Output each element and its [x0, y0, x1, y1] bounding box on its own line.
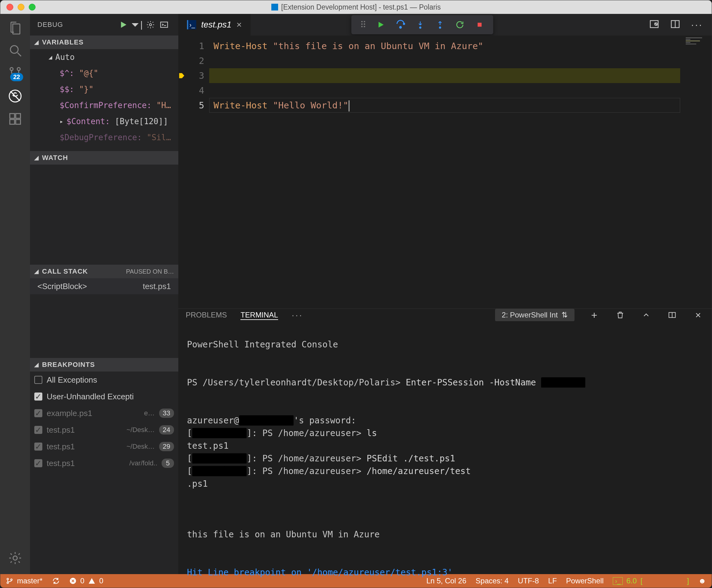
svg-point-19	[420, 27, 421, 28]
continue-button[interactable]	[372, 17, 389, 32]
breakpoint-row[interactable]: ✓test.ps1~/Desk…29	[30, 438, 178, 455]
execution-pointer-icon	[178, 68, 187, 83]
more-actions-icon[interactable]: ···	[691, 19, 703, 30]
breakpoint-label: example.ps1	[47, 408, 140, 418]
frame-file: test.ps1	[143, 282, 171, 291]
chevron-down-icon: ◢	[34, 268, 39, 275]
start-debug-button[interactable]	[117, 18, 130, 31]
breakpoint-path: /var/fold..	[129, 459, 157, 467]
window-title-text: [Extension Development Host] - test.ps1 …	[281, 3, 441, 12]
new-terminal-button[interactable]: +	[588, 309, 601, 321]
activity-bar: 22	[0, 14, 30, 574]
svg-point-17	[403, 23, 405, 24]
tab-label: test.ps1	[201, 20, 231, 30]
frame-name: <ScriptBlock>	[37, 282, 87, 291]
stop-button[interactable]	[471, 17, 488, 32]
variable-row[interactable]: $$: "}"	[30, 81, 178, 97]
chevron-down-icon: ◢	[34, 39, 39, 46]
checkbox[interactable]: ✓	[34, 443, 42, 450]
checkbox[interactable]: ✓	[34, 426, 42, 434]
search-icon[interactable]	[6, 42, 24, 59]
checkbox[interactable]: ✓	[34, 459, 42, 467]
editor-group: ›_ test.ps1 × ··· ⠿	[178, 14, 712, 574]
drag-handle-icon[interactable]: ⠿	[356, 20, 370, 30]
breakpoint-row[interactable]: ✓test.ps1/var/fold..5	[30, 455, 178, 471]
variables-section-header[interactable]: ◢ VARIABLES	[30, 36, 178, 49]
restart-button[interactable]	[451, 17, 468, 32]
variable-scope-auto[interactable]: ◢ Auto	[30, 49, 178, 65]
watch-section-title: WATCH	[42, 154, 68, 162]
problems-tab[interactable]: PROBLEMS	[186, 311, 227, 319]
explorer-icon[interactable]	[6, 19, 24, 36]
terminal-tab[interactable]: TERMINAL	[240, 310, 278, 320]
svg-line-1	[18, 53, 21, 57]
kill-terminal-button[interactable]	[614, 309, 626, 321]
text-cursor	[349, 100, 349, 111]
glyph-margin	[178, 36, 187, 309]
variable-row[interactable]: ▸ $Content: [Byte[120]]	[30, 113, 178, 129]
debug-console-icon[interactable]	[157, 18, 171, 31]
watch-section-header[interactable]: ◢ WATCH	[30, 151, 178, 165]
git-branch-status[interactable]: master*	[6, 576, 43, 585]
callstack-section-title: CALL STACK	[42, 268, 88, 275]
checkbox[interactable]: ✓	[34, 393, 42, 401]
breakpoint-label: test.ps1	[47, 442, 122, 451]
panel-overflow-icon[interactable]: ···	[292, 310, 303, 320]
sync-status[interactable]	[52, 577, 60, 585]
checkbox[interactable]: ✓	[34, 409, 42, 417]
terminal-selector[interactable]: 2: PowerShell Int⇅	[495, 309, 574, 321]
titlebar: [Extension Development Host] - test.ps1 …	[0, 0, 712, 14]
split-editor-icon[interactable]	[670, 19, 680, 30]
callstack-status: PAUSED ON B…	[126, 268, 174, 275]
variable-row[interactable]: $ConfirmPreference: "H…	[30, 97, 178, 113]
breakpoint-label: All Exceptions	[47, 375, 174, 385]
step-over-button[interactable]	[392, 17, 409, 32]
svg-point-25	[7, 582, 9, 584]
editor-tabs: ›_ test.ps1 × ··· ⠿	[178, 14, 712, 36]
chevron-down-icon: ◢	[34, 361, 39, 368]
breakpoint-row[interactable]: ✓test.ps1~/Desk…24	[30, 422, 178, 438]
debug-toolbar[interactable]: ⠿	[351, 15, 493, 34]
problems-status[interactable]: 0 0	[69, 576, 103, 585]
extensions-icon[interactable]	[6, 110, 24, 128]
code-editor[interactable]: 1 2 3 4 5 Write-Host "this file is on an…	[178, 36, 712, 309]
chevron-down-icon: ◢	[34, 154, 39, 161]
debug-config-dropdown[interactable]: ⏷|	[130, 18, 144, 31]
callstack-section-body: <ScriptBlock> test.ps1	[30, 278, 178, 358]
split-terminal-button[interactable]	[666, 309, 678, 321]
breakpoint-line-badge: 29	[159, 442, 174, 451]
debug-sidebar: DEBUG ⏷| ◢ VARIABLES ◢	[30, 14, 178, 574]
terminal-content[interactable]: PowerShell Integrated Console PS /Users/…	[178, 321, 712, 588]
callstack-section-header[interactable]: ◢ CALL STACK PAUSED ON B…	[30, 265, 178, 278]
minimap[interactable]	[683, 36, 712, 309]
breakpoint-line-badge: 33	[159, 408, 174, 418]
variable-row[interactable]: $DebugPreference: "Sil…	[30, 129, 178, 145]
close-tab-button[interactable]: ×	[237, 19, 242, 30]
settings-gear-icon[interactable]	[6, 549, 24, 567]
variable-row[interactable]: $^: "@{"	[30, 65, 178, 81]
breakpoint-row[interactable]: All Exceptions	[30, 372, 178, 388]
breakpoint-row[interactable]: ✓example.ps1e…33	[30, 405, 178, 422]
redacted-text: ██████████	[239, 415, 294, 425]
step-into-button[interactable]	[412, 17, 429, 32]
redacted-text: ████████	[541, 377, 585, 387]
close-panel-button[interactable]: ×	[692, 309, 704, 321]
breakpoint-row[interactable]: ✓User-Unhandled Excepti	[30, 388, 178, 405]
editor-tab[interactable]: ›_ test.ps1 ×	[178, 14, 251, 36]
chevron-updown-icon: ⇅	[562, 311, 568, 319]
execution-line-highlight	[209, 68, 680, 83]
bottom-panel: PROBLEMS TERMINAL ··· 2: PowerShell Int⇅…	[178, 309, 712, 574]
callstack-frame[interactable]: <ScriptBlock> test.ps1	[30, 278, 178, 294]
compare-changes-icon[interactable]	[649, 19, 659, 30]
breakpoints-section-header[interactable]: ◢ BREAKPOINTS	[30, 358, 178, 372]
checkbox[interactable]	[34, 376, 42, 384]
editor-content[interactable]: Write-Host "this file is on an Ubuntu VM…	[209, 36, 683, 309]
step-out-button[interactable]	[431, 17, 449, 32]
debug-settings-icon[interactable]	[144, 18, 157, 31]
breakpoint-path: ~/Desk…	[126, 426, 155, 434]
svg-point-18	[400, 26, 402, 28]
debug-icon[interactable]	[6, 87, 24, 105]
source-control-icon[interactable]: 22	[6, 65, 24, 82]
maximize-panel-button[interactable]	[640, 309, 652, 321]
breakpoint-label: User-Unhandled Excepti	[47, 392, 174, 401]
